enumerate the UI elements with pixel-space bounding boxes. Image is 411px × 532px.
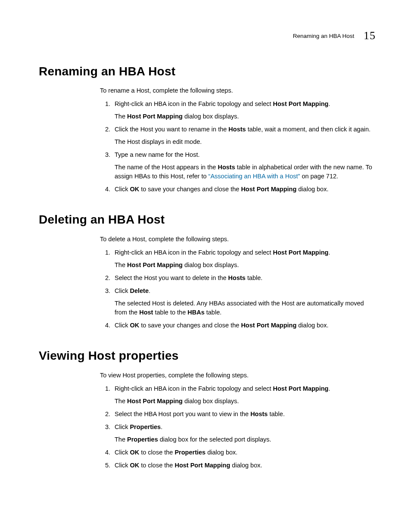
text: .: [328, 249, 330, 256]
step: Select the Host you want to delete in th…: [112, 274, 376, 283]
intro-deleting: To delete a Host, complete the following…: [100, 235, 376, 244]
section-deleting: Deleting an HBA Host To delete a Host, c…: [39, 211, 376, 330]
text: table, wait a moment, and then click it …: [246, 126, 371, 133]
text: dialog box for the selected port display…: [158, 436, 271, 443]
text: dialog box.: [296, 322, 328, 329]
text: .: [328, 100, 330, 107]
text: Select the Host you want to delete in th…: [115, 274, 228, 281]
ui-label: Hosts: [218, 164, 235, 171]
ui-label: Host Port Mapping: [273, 100, 329, 107]
text: Click: [115, 462, 130, 469]
step: Click Delete. The selected Host is delet…: [112, 286, 376, 317]
ui-label: Properties: [174, 449, 206, 456]
step: Click OK to save your changes and close …: [112, 185, 376, 194]
text: The: [115, 436, 127, 443]
text: dialog box displays.: [183, 113, 239, 120]
chapter-number: 15: [364, 29, 376, 42]
ui-label: Host: [139, 309, 153, 316]
text: .: [161, 423, 162, 430]
ui-label: Host Port Mapping: [174, 462, 230, 469]
text: table.: [268, 411, 285, 417]
ui-label: Host Port Mapping: [241, 322, 296, 329]
ui-label: Properties: [130, 423, 161, 430]
page: Renaming an HBA Host 15 Renaming an HBA …: [0, 0, 411, 532]
steps-viewing: Right-click an HBA icon in the Fabric to…: [100, 384, 376, 470]
text: table to the: [153, 309, 187, 316]
step: Click OK to close the Host Port Mapping …: [112, 461, 376, 470]
section-viewing: Viewing Host properties To view Host pro…: [39, 347, 376, 470]
ui-label: OK: [130, 322, 139, 329]
ui-label: Host Port Mapping: [241, 186, 296, 193]
running-title: Renaming an HBA Host: [293, 33, 355, 39]
ui-label: Delete: [130, 287, 149, 294]
text: Select the HBA Host port you want to vie…: [115, 411, 250, 417]
text: table.: [205, 309, 222, 316]
step: Click OK to close the Properties dialog …: [112, 448, 376, 457]
section-renaming: Renaming an HBA Host To rename a Host, c…: [39, 63, 376, 194]
text: Click the Host you want to rename in the: [115, 126, 228, 133]
ui-label: Hosts: [228, 126, 246, 133]
ui-label: HBAs: [187, 309, 204, 316]
text: Right-click an HBA icon in the Fabric to…: [115, 249, 273, 256]
text: to close the: [139, 449, 174, 456]
ui-label: OK: [130, 462, 139, 469]
text: Type a new name for the Host.: [115, 150, 376, 159]
ui-label: Host Port Mapping: [127, 113, 183, 120]
steps-renaming: Right-click an HBA icon in the Fabric to…: [100, 100, 376, 194]
text: Right-click an HBA icon in the Fabric to…: [115, 100, 273, 107]
steps-deleting: Right-click an HBA icon in the Fabric to…: [100, 248, 376, 330]
text: .: [149, 287, 150, 294]
text: to save your changes and close the: [139, 186, 241, 193]
heading-viewing: Viewing Host properties: [39, 347, 376, 365]
text: Click: [115, 186, 130, 193]
text: on page 712.: [300, 173, 338, 180]
step: Right-click an HBA icon in the Fabric to…: [112, 248, 376, 270]
text: to close the: [139, 462, 174, 469]
text: dialog box.: [230, 462, 262, 469]
text: The name of the Host appears in the: [115, 164, 218, 171]
text: The Host displays in edit mode.: [115, 137, 376, 146]
text: to save your changes and close the: [139, 322, 241, 329]
ui-label: Host Port Mapping: [273, 249, 329, 256]
ui-label: Host Port Mapping: [127, 261, 183, 268]
ui-label: Properties: [127, 436, 158, 443]
step: Right-click an HBA icon in the Fabric to…: [112, 384, 376, 406]
text: .: [328, 385, 330, 392]
intro-viewing: To view Host properties, complete the fo…: [100, 371, 376, 380]
text: dialog box.: [296, 186, 328, 193]
intro-renaming: To rename a Host, complete the following…: [100, 86, 376, 95]
step: Type a new name for the Host. The name o…: [112, 150, 376, 181]
step: Select the HBA Host port you want to vie…: [112, 410, 376, 419]
step: Click Properties. The Properties dialog …: [112, 423, 376, 444]
cross-reference-link[interactable]: “Associating an HBA with a Host”: [209, 173, 300, 180]
text: dialog box displays.: [183, 261, 239, 268]
running-header: Renaming an HBA Host 15: [39, 28, 376, 44]
step: Click OK to save your changes and close …: [112, 321, 376, 330]
text: Click: [115, 322, 130, 329]
ui-label: OK: [130, 186, 139, 193]
heading-renaming: Renaming an HBA Host: [39, 63, 376, 81]
ui-label: Hosts: [228, 274, 246, 281]
step: Right-click an HBA icon in the Fabric to…: [112, 100, 376, 121]
heading-deleting: Deleting an HBA Host: [39, 211, 376, 229]
text: The: [115, 398, 127, 404]
text: Click: [115, 449, 130, 456]
text: dialog box.: [206, 449, 237, 456]
text: The: [115, 261, 127, 268]
ui-label: Host Port Mapping: [127, 398, 183, 404]
text: The: [115, 113, 127, 120]
text: dialog box displays.: [183, 398, 239, 404]
text: Click: [115, 423, 130, 430]
ui-label: Hosts: [250, 411, 268, 417]
ui-label: OK: [130, 449, 139, 456]
ui-label: Host Port Mapping: [273, 385, 329, 392]
text: table.: [246, 274, 263, 281]
step: Click the Host you want to rename in the…: [112, 125, 376, 146]
text: Click: [115, 287, 130, 294]
text: Right-click an HBA icon in the Fabric to…: [115, 385, 273, 392]
